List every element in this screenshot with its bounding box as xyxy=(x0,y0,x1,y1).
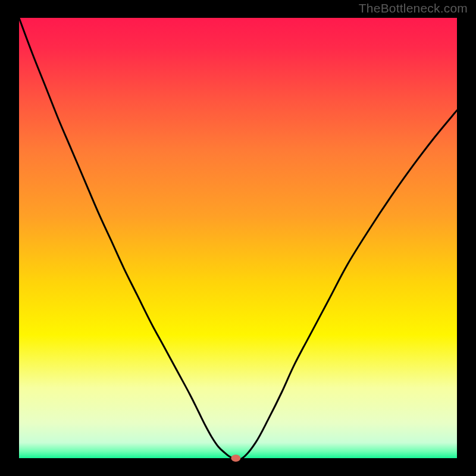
bottleneck-chart xyxy=(0,0,476,476)
chart-frame: TheBottleneck.com xyxy=(0,0,476,476)
optimum-marker xyxy=(231,455,240,462)
gradient-background xyxy=(19,18,457,458)
